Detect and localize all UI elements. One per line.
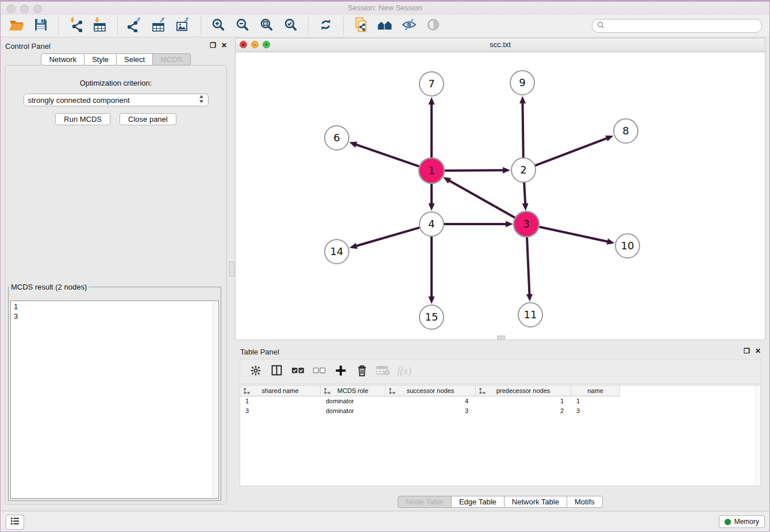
import-table-button[interactable] [91, 17, 109, 35]
window-controls[interactable] [7, 5, 42, 13]
task-history-button[interactable] [6, 515, 24, 530]
export-image-button[interactable] [174, 17, 192, 35]
minimize-window-button[interactable] [20, 5, 29, 13]
table-row[interactable]: 1dominator411 [240, 396, 760, 406]
column-header-successor-nodes[interactable]: successor nodes [386, 385, 476, 396]
export-network-icon [128, 17, 143, 34]
canvas-divider-grip[interactable] [497, 336, 505, 340]
edge-3-1[interactable] [448, 180, 517, 218]
table-settings-icon [249, 364, 262, 379]
delete-columns-button[interactable] [351, 363, 372, 381]
column-header-name[interactable]: name [571, 385, 620, 396]
new-network-from-selection-button[interactable] [352, 17, 370, 35]
export-network-button[interactable] [126, 17, 144, 35]
table-tabs: Node TableEdge TableNetwork TableMotifs [235, 496, 765, 508]
edge-3-10[interactable] [537, 226, 609, 242]
float-table-panel-icon[interactable]: ❐ [744, 347, 750, 355]
memory-label: Memory [734, 518, 759, 526]
add-column-button[interactable] [330, 363, 351, 381]
edge-arrow-3-11 [526, 294, 533, 302]
float-panel-icon[interactable]: ❐ [210, 41, 216, 49]
cell-shared-name[interactable]: 3 [240, 406, 321, 416]
cell-predecessor-nodes[interactable]: 2 [476, 406, 571, 416]
table-row[interactable]: 3dominator323 [240, 406, 760, 416]
network-window-title: scc.txt [236, 38, 765, 51]
edge-1-2[interactable] [442, 170, 505, 171]
deselect-all-rows-button[interactable] [309, 363, 330, 381]
zoom-out-icon [236, 18, 249, 34]
first-neighbors-button[interactable] [376, 17, 394, 35]
memory-button[interactable]: Memory [719, 515, 765, 528]
select-all-rows-button[interactable] [287, 363, 309, 381]
open-file-button[interactable] [7, 17, 26, 35]
save-session-button[interactable] [32, 17, 50, 35]
save-session-icon [34, 18, 48, 34]
network-maximize-button[interactable]: + [263, 41, 270, 48]
table-scrollbar[interactable] [755, 385, 760, 485]
zoom-fit-button[interactable] [257, 17, 276, 35]
show-graphics-details-icon [426, 18, 440, 34]
tab-select[interactable]: Select [117, 53, 153, 65]
edge-4-14[interactable] [355, 227, 421, 246]
search-box[interactable] [592, 19, 762, 33]
deselect-all-rows-icon [313, 365, 326, 377]
cell-name[interactable]: 3 [571, 406, 620, 416]
new-network-from-selection-icon [353, 17, 368, 34]
close-panel-icon[interactable]: ✕ [221, 41, 227, 49]
cell-predecessor-nodes[interactable]: 1 [476, 396, 571, 406]
panel-divider-grip[interactable] [229, 261, 234, 276]
graph-node-label-3: 3 [523, 218, 529, 230]
cell-successor-nodes[interactable]: 4 [386, 396, 476, 406]
import-network-button[interactable] [67, 17, 85, 35]
edge-2-3[interactable] [524, 181, 525, 205]
delete-table-button [372, 363, 394, 381]
table-settings-button[interactable] [245, 363, 266, 381]
search-input[interactable] [607, 21, 757, 30]
edge-2-9[interactable] [522, 102, 523, 159]
tab-node-table[interactable]: Node Table [398, 496, 452, 508]
edge-3-11[interactable] [527, 235, 530, 296]
maximize-window-button[interactable] [33, 5, 42, 13]
column-header-shared-name[interactable]: shared name [240, 385, 321, 396]
toolbar-separator [117, 17, 118, 34]
cell-successor-nodes[interactable]: 3 [386, 406, 476, 416]
result-scrollbar[interactable] [213, 302, 218, 498]
close-window-button[interactable] [7, 5, 16, 13]
close-table-panel-icon[interactable]: ✕ [755, 347, 761, 355]
tab-network-table[interactable]: Network Table [505, 496, 567, 508]
edge-2-8[interactable] [534, 138, 608, 166]
tab-motifs[interactable]: Motifs [567, 496, 603, 508]
refresh-button[interactable] [317, 17, 335, 35]
tab-edge-table[interactable]: Edge Table [452, 496, 505, 508]
mcds-result-text[interactable]: 1 3 [10, 300, 219, 499]
criterion-select[interactable]: strongly connected component [24, 94, 209, 106]
cell-name[interactable]: 1 [571, 396, 620, 406]
cell-shared-name[interactable]: 1 [240, 396, 321, 406]
run-mcds-button[interactable]: Run MCDS [55, 113, 110, 125]
hide-selected-button[interactable] [400, 17, 418, 35]
zoom-in-button[interactable] [209, 17, 228, 35]
control-panel-title: Control Panel [5, 42, 51, 51]
mcds-panel: Optimization criterion: strongly connect… [5, 65, 227, 504]
zoom-selected-button[interactable] [282, 17, 300, 35]
network-view-window: ✕ − + scc.txt 7968124314101511 [235, 38, 765, 340]
tab-network[interactable]: Network [41, 53, 84, 65]
column-header-MCDS-role[interactable]: MCDS role [321, 385, 386, 396]
show-columns-button[interactable] [266, 363, 287, 381]
show-graphics-details-button[interactable] [424, 17, 442, 35]
select-all-rows-icon [291, 365, 305, 377]
tab-mcds[interactable]: MCDS [153, 53, 190, 65]
export-table-button[interactable] [150, 17, 168, 35]
cell-MCDS-role[interactable]: dominator [321, 396, 386, 406]
node-table[interactable]: shared nameMCDS rolesuccessor nodesprede… [240, 385, 761, 486]
network-close-button[interactable]: ✕ [240, 41, 247, 48]
column-header-predecessor-nodes[interactable]: predecessor nodes [476, 385, 571, 396]
zoom-out-button[interactable] [233, 17, 252, 35]
network-canvas[interactable]: 7968124314101511 [236, 52, 765, 340]
close-panel-button[interactable]: Close panel [120, 113, 176, 125]
graph-node-label-6: 6 [333, 132, 340, 144]
tab-style[interactable]: Style [84, 53, 117, 65]
network-minimize-button[interactable]: − [251, 41, 259, 48]
edge-1-6[interactable] [355, 144, 421, 167]
cell-MCDS-role[interactable]: dominator [321, 406, 386, 416]
